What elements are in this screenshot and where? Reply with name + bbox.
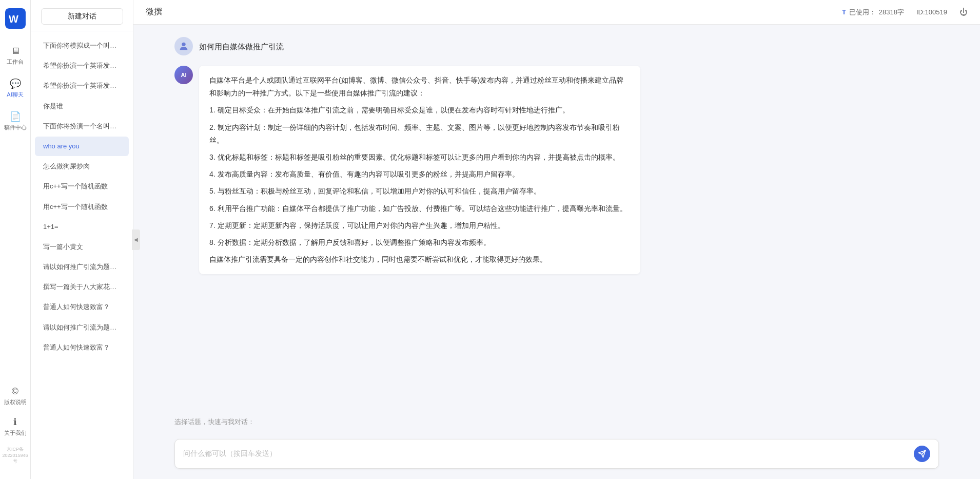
sidebar-header: 新建对话 bbox=[31, 0, 133, 31]
sidebar-list-item[interactable]: 用c++写一个随机函数 bbox=[35, 197, 129, 217]
collapse-button[interactable]: ◀ bbox=[132, 229, 140, 250]
usage-value: 28318字 bbox=[879, 8, 904, 17]
sidebar-item-about[interactable]: ℹ 关于我们 bbox=[1, 413, 30, 440]
logo-area: W bbox=[5, 8, 26, 29]
sidebar-item-copyright[interactable]: © 版权说明 bbox=[1, 382, 30, 409]
usage-display: T 已使用： 28318字 bbox=[842, 8, 904, 17]
topbar-title: 微撰 bbox=[146, 7, 162, 17]
new-chat-button[interactable]: 新建对话 bbox=[41, 8, 123, 25]
sidebar-list-item[interactable]: 用c++写一个随机函数 bbox=[35, 177, 129, 196]
ai-content: 自媒体平台是个人或团队通过互联网平台(如博客、微博、微信公众号、抖音、快手等)发… bbox=[199, 66, 640, 274]
nav-bottom: © 版权说明 ℹ 关于我们 京ICP备2022015946号 bbox=[0, 382, 30, 471]
sidebar-list: 下面你将模拟成一个叫圣友的程序员，我说...希望你扮演一个英语发音助手，我提供给… bbox=[31, 31, 133, 479]
sidebar-item-draft[interactable]: 📄 稿件中心 bbox=[1, 107, 30, 136]
workbench-label: 工作台 bbox=[7, 58, 24, 66]
sidebar-list-item[interactable]: 请以如何推广引流为题，写一篇大纲 bbox=[35, 257, 129, 277]
nav-items: 🖥 工作台 💬 AI聊天 📄 稿件中心 bbox=[0, 41, 30, 382]
copyright-label: 版权说明 bbox=[4, 398, 27, 406]
ai-point-text: 7. 定期更新：定期更新内容，保持活跃度，可以让用户对你的内容产生兴趣，增加用户… bbox=[209, 219, 630, 232]
ai-avatar-text: AI bbox=[181, 72, 187, 78]
app-logo: W bbox=[5, 8, 26, 29]
ai-intro-text: 自媒体平台是个人或团队通过互联网平台(如博客、微博、微信公众号、抖音、快手等)发… bbox=[209, 74, 630, 100]
sidebar-list-item[interactable]: 1+1= bbox=[35, 217, 129, 237]
ai-point-text: 5. 与粉丝互动：积极与粉丝互动，回复评论和私信，可以增加用户对你的认可和信任，… bbox=[209, 185, 630, 198]
svg-point-2 bbox=[182, 43, 185, 46]
user-message-bubble: 如何用自媒体做推广引流 bbox=[199, 37, 284, 53]
draft-icon: 📄 bbox=[10, 111, 21, 122]
chat-area: 如何用自媒体做推广引流 AI 自媒体平台是个人或团队通过互联网平台(如博客、微博… bbox=[133, 25, 980, 417]
sidebar-list-item[interactable]: 普通人如何快速致富？ bbox=[35, 297, 129, 317]
copyright-icon: © bbox=[10, 386, 21, 397]
sidebar-list-item[interactable]: 撰写一篇关于八大家花园社区一刻钟便民生... bbox=[35, 277, 129, 297]
ai-conclusion-text: 自媒体推广引流需要具备一定的内容创作和社交能力，同时也需要不断尝试和优化，才能取… bbox=[209, 253, 630, 266]
ai-point-text: 8. 分析数据：定期分析数据，了解用户反馈和喜好，以便调整推广策略和内容发布频率… bbox=[209, 236, 630, 249]
quick-topics-label: 选择话题，快速与我对话： bbox=[174, 417, 939, 427]
topbar: 微撰 T 已使用： 28318字 ID:100519 ⏻ bbox=[133, 0, 980, 25]
sidebar-list-item[interactable]: 你是谁 bbox=[35, 97, 129, 116]
ai-message-row: AI 自媒体平台是个人或团队通过互联网平台(如博客、微博、微信公众号、抖音、快手… bbox=[174, 66, 939, 274]
topbar-right: T 已使用： 28318字 ID:100519 ⏻ bbox=[842, 8, 968, 17]
send-button[interactable] bbox=[914, 446, 930, 462]
ai-message-bubble: 自媒体平台是个人或团队通过互联网平台(如博客、微博、微信公众号、抖音、快手等)发… bbox=[199, 66, 640, 274]
sidebar-list-item[interactable]: who are you bbox=[35, 137, 129, 156]
draft-label: 稿件中心 bbox=[4, 124, 27, 131]
sidebar-list-item[interactable]: 下面你将模拟成一个叫圣友的程序员，我说... bbox=[35, 36, 129, 55]
ai-chat-icon: 💬 bbox=[10, 78, 21, 89]
sidebar-list-item[interactable]: 写一篇小黄文 bbox=[35, 237, 129, 257]
user-id: ID:100519 bbox=[916, 8, 947, 16]
about-label: 关于我们 bbox=[4, 429, 27, 437]
sidebar-item-workbench[interactable]: 🖥 工作台 bbox=[1, 41, 30, 70]
workbench-icon: 🖥 bbox=[10, 45, 21, 56]
left-navigation: W 🖥 工作台 💬 AI聊天 📄 稿件中心 © 版权说明 ℹ 关于我们 京ICP… bbox=[0, 0, 31, 479]
user-message-row: 如何用自媒体做推广引流 bbox=[174, 37, 939, 55]
user-question-text: 如何用自媒体做推广引流 bbox=[199, 37, 284, 53]
sidebar-list-item[interactable]: 下面你将扮演一个名叫圣友的医生 bbox=[35, 117, 129, 136]
main-area: 微撰 T 已使用： 28318字 ID:100519 ⏻ 如何用自媒体做推广引流… bbox=[133, 0, 980, 479]
sidebar-list-item[interactable]: 普通人如何快速致富？ bbox=[35, 338, 129, 357]
ai-point-text: 3. 优化标题和标签：标题和标签是吸引粉丝的重要因素。优化标题和标签可以让更多的… bbox=[209, 151, 630, 164]
ai-point-text: 4. 发布高质量内容：发布高质量、有价值、有趣的内容可以吸引更多的粉丝，并提高用… bbox=[209, 168, 630, 181]
svg-text:W: W bbox=[9, 13, 18, 25]
power-icon[interactable]: ⏻ bbox=[959, 8, 968, 17]
quick-topics: 选择话题，快速与我对话： bbox=[133, 417, 980, 435]
ai-point-text: 2. 制定内容计划：制定一份详细的内容计划，包括发布时间、频率、主题、文案、图片… bbox=[209, 121, 630, 147]
info-icon: T bbox=[842, 8, 846, 16]
message-input[interactable] bbox=[183, 448, 908, 459]
sidebar-list-item[interactable]: 希望你扮演一个英语发音助手，我提供给你... bbox=[35, 56, 129, 75]
sidebar-list-item[interactable]: 怎么做狗屎炒肉 bbox=[35, 157, 129, 176]
usage-label: 已使用： bbox=[849, 8, 876, 17]
sidebar-item-ai-chat[interactable]: 💬 AI聊天 bbox=[1, 74, 30, 103]
ai-point-text: 1. 确定目标受众：在开始自媒体推广引流之前，需要明确目标受众是谁，以便在发布内… bbox=[209, 104, 630, 117]
ai-avatar: AI bbox=[174, 66, 193, 84]
sidebar: 新建对话 下面你将模拟成一个叫圣友的程序员，我说...希望你扮演一个英语发音助手… bbox=[31, 0, 133, 479]
ai-point-text: 6. 利用平台推广功能：自媒体平台都提供了推广功能，如广告投放、付费推广等。可以… bbox=[209, 202, 630, 215]
user-avatar bbox=[174, 37, 193, 55]
send-icon bbox=[918, 450, 926, 458]
input-box bbox=[174, 439, 939, 469]
input-area bbox=[133, 435, 980, 479]
ai-chat-label: AI聊天 bbox=[7, 91, 23, 99]
sidebar-list-item[interactable]: 请以如何推广引流为题，写一篇大纲 bbox=[35, 318, 129, 337]
icp-text: 京ICP备2022015946号 bbox=[0, 444, 30, 467]
sidebar-list-item[interactable]: 希望你扮演一个英语发音助手，我提供给你... bbox=[35, 76, 129, 95]
about-icon: ℹ bbox=[10, 416, 21, 428]
